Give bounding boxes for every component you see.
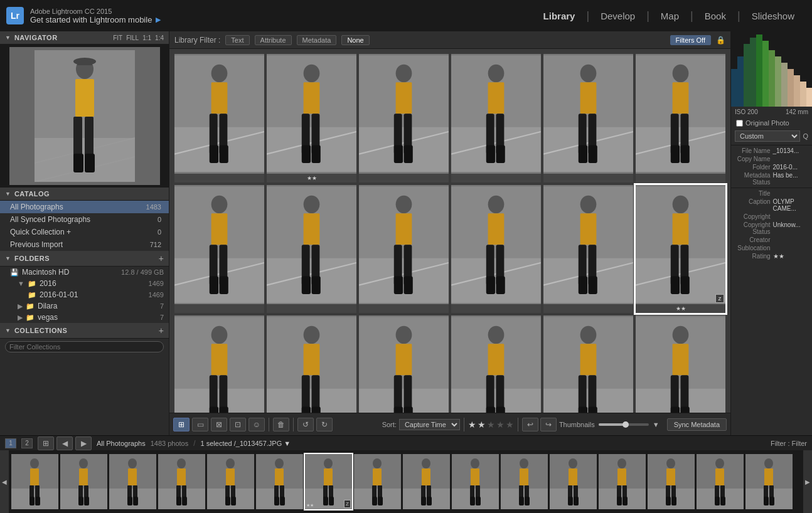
photo-cell-7[interactable] <box>267 185 356 314</box>
nav-map[interactable]: Map <box>649 0 690 31</box>
photo-cell-15[interactable] <box>451 315 541 413</box>
collections-add-btn[interactable]: + <box>159 325 164 336</box>
filmstrip-toggle-right[interactable]: ▶ <box>803 450 812 513</box>
photo-cell-8[interactable] <box>359 185 449 314</box>
layout-grid-btn[interactable]: ⊞ <box>38 436 54 450</box>
photo-cell-6[interactable] <box>174 185 264 314</box>
thumb-slider[interactable] <box>599 423 649 426</box>
star-5[interactable]: ★ <box>506 420 514 430</box>
next-btn[interactable]: ▶ <box>75 436 92 450</box>
star-4[interactable]: ★ <box>496 420 505 430</box>
catalog-previous[interactable]: Previous Import 712 <box>0 238 169 251</box>
folder-dilara[interactable]: ▶ 📁 Dilara 7 <box>0 300 169 312</box>
film-photo-7[interactable] <box>354 454 401 509</box>
folders-add-btn[interactable]: + <box>159 253 164 263</box>
film-photo-8[interactable] <box>403 454 450 509</box>
film-photo-2[interactable] <box>109 454 156 509</box>
film-photo-12[interactable] <box>599 454 646 509</box>
sync-metadata-btn[interactable]: Sync Metadata <box>667 418 727 431</box>
sort-select[interactable]: Capture Time <box>399 419 460 430</box>
next-photo-btn[interactable]: ↪ <box>540 418 557 431</box>
photo-cell-10[interactable] <box>543 185 633 314</box>
people-view-btn[interactable]: ☺ <box>248 418 265 431</box>
filter-attribute-btn[interactable]: Attribute <box>255 35 292 45</box>
grid-view-btn[interactable]: ⊞ <box>173 418 190 431</box>
photo-cell-1[interactable]: ★★ <box>267 54 356 182</box>
photo-cell-5[interactable] <box>636 54 725 182</box>
photo-cell-2[interactable] <box>359 54 449 182</box>
original-photo-checkbox[interactable] <box>736 120 743 127</box>
film-photo-1[interactable] <box>60 454 107 509</box>
filters-off-btn[interactable]: Filters Off <box>670 35 711 45</box>
nav-ratio[interactable]: 1:4 <box>155 34 164 41</box>
photo-cell-4[interactable] <box>543 54 633 182</box>
photo-cell-9[interactable] <box>451 185 541 314</box>
thumb-slider-handle[interactable] <box>622 421 629 428</box>
filter-metadata-btn[interactable]: Metadata <box>297 35 337 45</box>
film-photo-11[interactable] <box>550 454 597 509</box>
star-3[interactable]: ★ <box>487 420 495 430</box>
collections-filter-input[interactable] <box>5 341 164 352</box>
film-photo-15[interactable] <box>745 454 793 509</box>
film-photo-9[interactable] <box>452 454 499 509</box>
folder-2016-01-01[interactable]: 📁 2016-01-01 1469 <box>0 289 169 300</box>
page-2-btn[interactable]: 2 <box>21 438 33 448</box>
collections-header[interactable]: ▼ Collections + <box>0 323 169 339</box>
film-photo-13[interactable] <box>648 454 695 509</box>
collections-title: Collections <box>14 327 155 334</box>
photo-cell-17[interactable] <box>636 315 725 413</box>
page-1-btn[interactable]: 1 <box>5 438 16 448</box>
nav-fit[interactable]: FIT <box>113 34 122 41</box>
star-1[interactable]: ★ <box>468 420 476 430</box>
photo-cell-0[interactable] <box>174 54 264 182</box>
delete-btn[interactable]: 🗑 <box>273 418 289 431</box>
selected-dropdown-icon[interactable]: ▼ <box>284 440 291 447</box>
film-photo-10[interactable] <box>501 454 548 509</box>
loupe-view-btn[interactable]: ▭ <box>192 418 208 431</box>
film-photo-3[interactable] <box>158 454 205 509</box>
film-photo-4[interactable] <box>207 454 254 509</box>
survey-view-btn[interactable]: ⊡ <box>230 418 246 431</box>
photo-cell-13[interactable] <box>267 315 356 413</box>
folder-vegas[interactable]: ▶ 📁 vegas 7 <box>0 312 169 323</box>
photo-cell-12[interactable] <box>174 315 264 413</box>
filter-none-btn[interactable]: None <box>341 35 369 45</box>
photo-cell-3[interactable] <box>451 54 541 182</box>
folders-header[interactable]: ▼ Folders + <box>0 251 169 267</box>
filter-text-btn[interactable]: Text <box>225 35 249 45</box>
catalog-all-photos[interactable]: All Photographs 1483 <box>0 201 169 213</box>
nav-develop[interactable]: Develop <box>589 0 646 31</box>
photo-cell-14[interactable] <box>359 315 449 413</box>
catalog-synced[interactable]: All Synced Photographs 0 <box>0 213 169 226</box>
folder-macintosh[interactable]: 💾 Macintosh HD 12.8 / 499 GB <box>0 267 169 278</box>
compare-view-btn[interactable]: ⊠ <box>211 418 227 431</box>
folder-2016[interactable]: ▼ 📁 2016 1469 <box>0 278 169 289</box>
nav-book[interactable]: Book <box>693 0 737 31</box>
rotate-left-btn[interactable]: ↺ <box>297 418 314 431</box>
photo-cell-11[interactable]: Z ★★ <box>636 185 725 314</box>
star-2[interactable]: ★ <box>478 420 486 430</box>
preset-select[interactable]: Custom <box>735 130 800 142</box>
film-photo-0[interactable] <box>11 454 58 509</box>
prev-photo-btn[interactable]: ↩ <box>522 418 538 431</box>
nav-slideshow[interactable]: Slideshow <box>740 0 806 31</box>
photo-cell-16[interactable] <box>543 315 633 413</box>
film-photo-14[interactable] <box>697 454 744 509</box>
subtitle-arrow[interactable]: ▶ <box>156 16 161 24</box>
nav-1to1[interactable]: 1:1 <box>142 34 151 41</box>
photo-img-17 <box>636 315 725 413</box>
nav-fill[interactable]: FILL <box>126 34 139 41</box>
catalog-quick[interactable]: Quick Collection + 0 <box>0 226 169 238</box>
nav-library[interactable]: Library <box>532 0 587 31</box>
navigator-header[interactable]: ▼ Navigator FIT FILL 1:1 1:4 <box>0 31 169 45</box>
filmstrip-toggle-left[interactable]: ◀ <box>0 450 9 513</box>
catalog-header[interactable]: ▼ Catalog <box>0 188 169 201</box>
svg-rect-201 <box>128 468 137 485</box>
film-photo-6[interactable]: Z ★★ <box>305 454 352 509</box>
q-shortcut[interactable]: Q <box>803 132 808 140</box>
rotate-right-btn[interactable]: ↻ <box>316 418 333 431</box>
film-photo-5[interactable] <box>256 454 303 509</box>
chevron-down-icon[interactable]: ▼ <box>653 421 660 428</box>
prev-btn[interactable]: ◀ <box>56 436 73 450</box>
lock-icon[interactable]: 🔒 <box>716 36 725 45</box>
